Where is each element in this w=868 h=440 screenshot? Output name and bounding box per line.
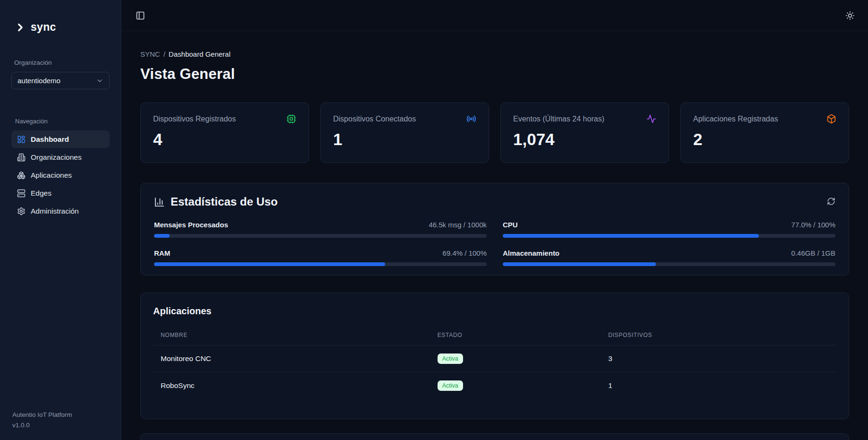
stat-card-dispositivos-registrados: Dispositivos Registrados 4 xyxy=(140,103,309,163)
column-header-nombre: NOMBRE xyxy=(153,326,430,345)
table-row-robosync[interactable]: RoboSync Activa 1 xyxy=(153,372,836,399)
progress-fill xyxy=(503,262,656,266)
organization-select[interactable]: autentiodemo xyxy=(11,72,110,89)
theme-toggle-button[interactable] xyxy=(843,9,857,22)
organization-value: autentiodemo xyxy=(17,77,60,85)
metric-value: 0.46GB / 1GB xyxy=(791,249,835,257)
building-icon xyxy=(17,153,26,162)
sidebar-item-administracion[interactable]: Administración xyxy=(11,202,110,220)
metric-label: Mensajes Procesados xyxy=(154,221,228,229)
brand-logo: sync xyxy=(11,21,110,34)
platform-name: Autentio IoT Platform xyxy=(12,411,110,418)
metric-mensajes-procesados: Mensajes Procesados 46.5k msg / 1000k xyxy=(154,221,487,238)
applications-card: Aplicaciones NOMBRE ESTADO DISPOSITIVOS … xyxy=(140,293,849,419)
refresh-button[interactable] xyxy=(827,197,835,207)
progress-bar xyxy=(154,234,487,238)
app-root: sync Organización autentiodemo Navegació… xyxy=(0,0,868,440)
breadcrumb-current: Dashboard General xyxy=(169,50,231,58)
metric-ram: RAM 69.4% / 100% xyxy=(154,249,487,266)
bar-chart-icon xyxy=(154,197,165,207)
main-area: SYNC / Dashboard General Vista General D… xyxy=(121,0,868,440)
breadcrumb-root[interactable]: SYNC xyxy=(140,50,160,58)
stat-card-eventos: Eventos (Últimas 24 horas) 1,074 xyxy=(500,103,669,163)
box-icon xyxy=(826,114,836,124)
metric-label: CPU xyxy=(503,221,518,229)
progress-fill xyxy=(154,234,170,238)
usage-title: Estadísticas de Uso xyxy=(171,195,278,208)
page-title: Vista General xyxy=(140,66,849,83)
progress-fill xyxy=(154,262,385,266)
app-name: RoboSync xyxy=(153,372,430,399)
metric-almacenamiento: Almacenamiento 0.46GB / 1GB xyxy=(503,249,835,266)
usage-statistics-card: Estadísticas de Uso Mensajes Procesados … xyxy=(140,183,849,276)
breadcrumb-separator: / xyxy=(163,50,165,58)
chevron-right-logo-icon xyxy=(14,21,26,34)
boxes-icon xyxy=(17,171,26,180)
app-devices: 3 xyxy=(601,345,836,372)
stat-value: 2 xyxy=(693,130,836,149)
platform-version: v1.0.0 xyxy=(12,422,110,429)
stat-value: 1,074 xyxy=(513,130,656,149)
page-content: SYNC / Dashboard General Vista General D… xyxy=(121,31,868,440)
stat-label: Dispositivos Conectados xyxy=(333,115,416,123)
organization-label: Organización xyxy=(11,59,110,66)
metric-value: 46.5k msg / 1000k xyxy=(429,221,487,229)
progress-bar xyxy=(503,262,835,266)
stat-value: 1 xyxy=(333,130,476,149)
stat-label: Aplicaciones Registradas xyxy=(693,115,778,123)
brand-name: sync xyxy=(31,21,56,34)
gear-icon xyxy=(17,207,26,216)
stat-label: Eventos (Últimas 24 horas) xyxy=(513,115,604,123)
sidebar-item-edges[interactable]: Edges xyxy=(11,184,110,202)
activity-icon xyxy=(646,114,656,124)
breadcrumb: SYNC / Dashboard General xyxy=(140,50,849,58)
stat-value: 4 xyxy=(153,130,296,149)
sidebar-toggle-button[interactable] xyxy=(134,9,147,22)
progress-bar xyxy=(154,262,487,266)
sidebar-item-aplicaciones[interactable]: Aplicaciones xyxy=(11,166,110,184)
sidebar: sync Organización autentiodemo Navegació… xyxy=(0,0,121,440)
sidebar-footer: Autentio IoT Platform v1.0.0 xyxy=(11,411,110,429)
metric-label: RAM xyxy=(154,249,170,257)
metric-value: 69.4% / 100% xyxy=(443,249,487,257)
applications-title: Aplicaciones xyxy=(153,306,836,317)
refresh-icon xyxy=(827,197,835,206)
column-header-estado: ESTADO xyxy=(430,326,601,345)
metric-label: Almacenamiento xyxy=(503,249,559,257)
metric-value: 77.0% / 100% xyxy=(791,221,835,229)
panel-left-icon xyxy=(136,11,145,20)
app-name: Monitoreo CNC xyxy=(153,345,430,372)
sidebar-item-label: Aplicaciones xyxy=(31,171,72,180)
column-header-dispositivos: DISPOSITIVOS xyxy=(601,326,836,345)
progress-bar xyxy=(503,234,835,238)
usage-metrics: Mensajes Procesados 46.5k msg / 1000k CP… xyxy=(154,221,835,266)
radio-icon xyxy=(466,114,476,124)
navigation-label: Navegación xyxy=(11,118,110,125)
metric-cpu: CPU 77.0% / 100% xyxy=(503,221,835,238)
status-badge: Activa xyxy=(438,354,463,364)
sidebar-item-label: Organizaciones xyxy=(31,153,82,162)
progress-fill xyxy=(503,234,759,238)
app-devices: 1 xyxy=(601,372,836,399)
stat-card-aplicaciones-registradas: Aplicaciones Registradas 2 xyxy=(680,103,849,163)
chevron-down-icon xyxy=(96,77,103,85)
sun-icon xyxy=(845,11,855,20)
sidebar-item-label: Administración xyxy=(31,207,79,216)
status-badge: Activa xyxy=(438,380,463,391)
layout-dashboard-icon xyxy=(17,135,26,144)
sidebar-item-label: Dashboard xyxy=(31,135,69,144)
stat-label: Dispositivos Registrados xyxy=(153,115,236,123)
applications-table: NOMBRE ESTADO DISPOSITIVOS Monitoreo CNC… xyxy=(153,326,836,399)
stat-cards: Dispositivos Registrados 4 Dispositivos … xyxy=(140,103,849,163)
sidebar-item-dashboard[interactable]: Dashboard xyxy=(11,130,110,148)
table-row-monitoreo-cnc[interactable]: Monitoreo CNC Activa 3 xyxy=(153,345,836,372)
stat-card-dispositivos-conectados: Dispositivos Conectados 1 xyxy=(320,103,489,163)
cpu-icon xyxy=(286,114,296,124)
topbar xyxy=(121,0,868,31)
sidebar-item-label: Edges xyxy=(31,189,52,198)
next-section-card-partial xyxy=(140,433,849,440)
sidebar-item-organizaciones[interactable]: Organizaciones xyxy=(11,148,110,166)
server-icon xyxy=(17,189,26,198)
